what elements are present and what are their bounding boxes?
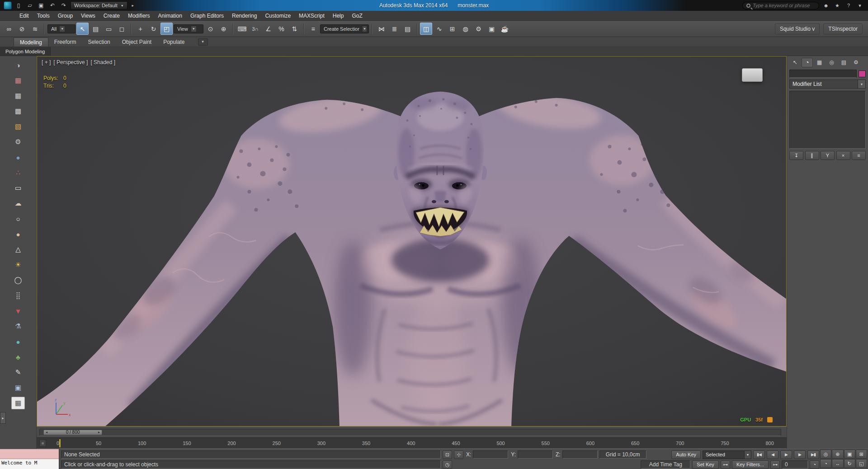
spinner-snap-icon[interactable]: ⇅ [288, 23, 301, 35]
go-to-end-button[interactable]: ▶▮ [807, 450, 819, 459]
percent-snap-icon[interactable]: % [275, 23, 288, 35]
grid-icon[interactable]: ▦ [11, 89, 25, 102]
pencil-tool-icon[interactable]: ✎ [11, 366, 25, 379]
key-icon[interactable]: ⊶ [721, 460, 730, 469]
undo-icon[interactable]: ↶ [48, 1, 57, 9]
auto-key-button[interactable]: Auto Key [671, 450, 701, 459]
material-editor-icon[interactable]: ◍ [459, 23, 472, 35]
utilities-tab-icon[interactable]: ⚙ [850, 58, 862, 67]
hierarchy-tab-icon[interactable]: ▦ [814, 58, 825, 67]
add-time-tag-field[interactable]: Add Time Tag [641, 460, 690, 469]
menu-views[interactable]: Views [77, 11, 99, 21]
select-by-name-icon[interactable]: ▤ [90, 23, 102, 35]
tab-populate[interactable]: Populate [157, 38, 190, 47]
use-center-icon[interactable]: ⊙ [204, 23, 217, 35]
coordinate-system-dropdown[interactable]: View ▼ [174, 24, 203, 33]
save-file-icon[interactable]: ▣ [37, 1, 46, 9]
align-icon[interactable]: ≣ [388, 23, 401, 35]
current-frame-marker[interactable] [59, 439, 61, 447]
squid-studio-button[interactable]: Squid Studio v [775, 23, 820, 34]
menu-customize[interactable]: Customize [261, 11, 295, 21]
menu-animation[interactable]: Animation [154, 11, 186, 21]
menu-help[interactable]: Help [329, 11, 348, 21]
play-button[interactable]: ▶ [780, 450, 792, 459]
edit-named-selections-icon[interactable]: ≡ [307, 23, 319, 35]
angle-snap-icon[interactable]: ∠ [262, 23, 274, 35]
viewport-shading-menu[interactable]: [ Shaded ] [90, 59, 115, 66]
dots-tool-icon[interactable]: ∴ [11, 166, 25, 179]
favorites-star-icon[interactable]: ★ [833, 1, 842, 9]
zoom-extents-button[interactable]: ▣ [844, 450, 855, 459]
help-icon[interactable]: ? [844, 1, 853, 9]
sketch-wheel-icon[interactable]: ◑ [11, 59, 25, 71]
menu-modifiers[interactable]: Modifiers [124, 11, 154, 21]
curve-editor-icon[interactable]: ∿ [433, 23, 445, 35]
gear-tool-icon[interactable]: ⚙ [11, 136, 25, 148]
time-tag-icon[interactable]: ◷ [443, 460, 452, 469]
viewport[interactable]: [ + ] [ Perspective ] [ Shaded ] Polys:0… [37, 56, 787, 427]
new-scene-icon[interactable]: ▯ [14, 1, 23, 9]
viewport-pov-menu[interactable]: [ Perspective ] [53, 59, 88, 66]
previous-frame-button[interactable]: ◀ [767, 450, 778, 459]
titlebar-expand-icon[interactable]: ▸ [130, 1, 136, 9]
capsule-tool-icon[interactable]: ● [11, 228, 25, 240]
menu-create[interactable]: Create [99, 11, 124, 21]
create-tab-icon[interactable]: ↖ [789, 58, 801, 67]
infocenter-chevron-icon[interactable]: ▾ [855, 1, 864, 9]
cone-tool-icon[interactable]: △ [11, 243, 25, 256]
max-logo-icon[interactable] [4, 1, 12, 9]
trackbar-toggle-icon[interactable]: ≡ [39, 440, 46, 447]
pattern-icon[interactable]: ▩ [11, 105, 25, 117]
slider-right-nub-icon[interactable]: ▸ [98, 430, 100, 434]
menu-maxscript[interactable]: MAXScript [295, 11, 329, 21]
track-bar[interactable]: ≡ 0 50 100 150 200 250 300 350 400 450 5… [37, 437, 787, 449]
layer-slot-icon[interactable]: ▦ [11, 397, 25, 409]
listener-output[interactable]: Welcome to M [0, 459, 59, 469]
maximize-viewport-button[interactable]: ◱ [856, 459, 867, 468]
set-key-button[interactable]: Set Key [692, 460, 719, 469]
pan-button[interactable]: ↔ [832, 459, 843, 468]
select-object-icon[interactable]: ↖ [76, 23, 89, 35]
motion-tab-icon[interactable]: ◎ [826, 58, 837, 67]
foliage-tool-icon[interactable]: ♣ [11, 351, 25, 363]
blob-tool-icon[interactable]: ☁ [11, 197, 25, 210]
modifier-list-dropdown[interactable]: Modifier List ▼ [789, 80, 866, 89]
go-to-start-button[interactable]: ▮◀ [753, 450, 765, 459]
keyboard-override-icon[interactable]: ⌨ [236, 23, 248, 35]
paint-grid-icon[interactable]: ▦ [11, 74, 25, 87]
mirror-icon[interactable]: ⋈ [375, 23, 387, 35]
selection-filter-dropdown[interactable]: All ▼ [47, 24, 75, 33]
next-frame-button[interactable]: ▶ [794, 450, 806, 459]
select-and-manipulate-icon[interactable]: ⊕ [217, 23, 230, 35]
flask-tool-icon[interactable]: ⚗ [11, 320, 25, 333]
orbit-button[interactable]: ↻ [844, 459, 855, 468]
slider-left-nub-icon[interactable]: ◂ [46, 430, 47, 434]
search-box[interactable] [742, 2, 819, 9]
lattice-tool-icon[interactable]: ⣿ [11, 289, 25, 302]
modify-tab-icon[interactable]: ◔ [802, 58, 813, 67]
x-coordinate-field[interactable] [473, 450, 508, 459]
current-frame-field[interactable]: 0 [782, 460, 808, 469]
select-and-move-icon[interactable]: + [134, 23, 146, 35]
show-end-result-icon[interactable]: ∥ [805, 151, 819, 160]
configure-modifier-sets-icon[interactable]: ≡ [852, 151, 866, 160]
zoom-extents-all-button[interactable]: ⊞ [856, 450, 867, 459]
z-coordinate-field[interactable] [562, 450, 598, 459]
unlink-selection-icon[interactable]: ⊘ [16, 23, 28, 35]
search-input[interactable] [753, 3, 817, 8]
time-slider-handle[interactable]: ◂ 0 / 800 ▸ [43, 430, 102, 435]
make-unique-icon[interactable]: Y [821, 151, 835, 160]
workspace-dropdown[interactable]: Workspace: Default ▼ [71, 1, 127, 9]
snaps-toggle-icon[interactable]: 3∩ [249, 23, 261, 35]
bind-to-space-warp-icon[interactable]: ≋ [29, 23, 41, 35]
tab-object-paint[interactable]: Object Paint [116, 38, 157, 47]
tsinspector-button[interactable]: TSInspector [823, 23, 863, 34]
key-mode-toggle-icon[interactable]: ⊶ [770, 460, 780, 469]
ribbon-minimize-icon[interactable]: ▼ [198, 38, 208, 46]
schematic-view-icon[interactable]: ⊞ [446, 23, 458, 35]
listener-macro-row[interactable] [0, 449, 59, 459]
pin-tool-icon[interactable]: ▼ [11, 305, 25, 317]
key-mode-dropdown[interactable]: Selected ▼ [703, 450, 751, 459]
absolute-offset-toggle-icon[interactable]: ⊹ [454, 450, 463, 459]
pin-stack-icon[interactable]: ↧ [789, 151, 803, 160]
